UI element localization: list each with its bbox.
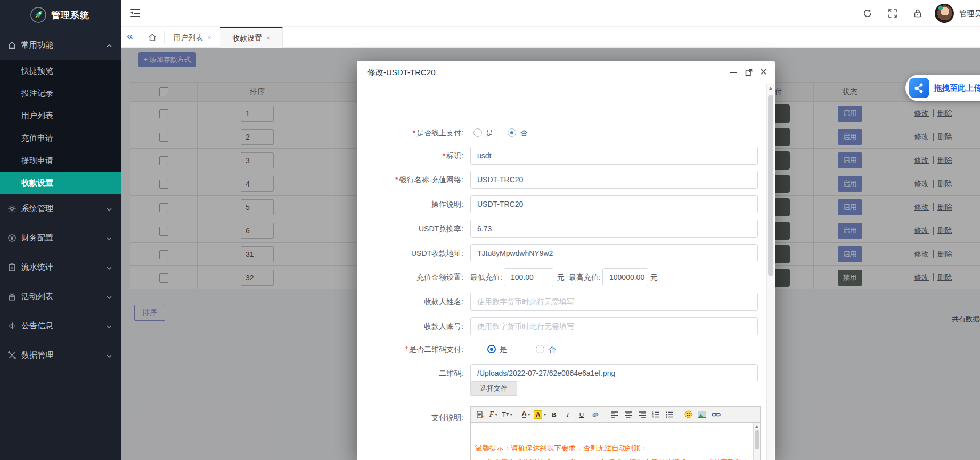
op-desc-input[interactable]: [470, 195, 758, 213]
qrcode-path-input[interactable]: [470, 364, 758, 382]
sidebar-item-recharge-requests[interactable]: 充值申请: [0, 127, 121, 149]
editor-scrollbar[interactable]: [753, 423, 760, 460]
menu-fold-icon[interactable]: [130, 9, 140, 17]
italic-icon[interactable]: I: [561, 409, 574, 421]
payee-name-input[interactable]: [470, 293, 758, 311]
rich-text-editor: F TT A A B I U 123: [470, 406, 761, 460]
close-tab-icon[interactable]: ×: [207, 34, 211, 42]
chevron-down-icon: [106, 204, 112, 213]
sidebar-item-quick-preview[interactable]: 快捷预览: [0, 60, 121, 82]
scroll-thumb[interactable]: [768, 95, 773, 276]
field-label: 二维码:: [439, 369, 463, 377]
sidebar-group-activities[interactable]: 活动列表: [0, 282, 121, 311]
sidebar-item-bet-records[interactable]: 投注记录: [0, 82, 121, 104]
highlight-color-icon[interactable]: A: [534, 409, 546, 421]
align-left-icon[interactable]: [608, 409, 620, 421]
emoticon-icon[interactable]: [682, 409, 695, 421]
field-label: 支付说明:: [357, 408, 463, 426]
insert-image-icon[interactable]: [696, 409, 708, 421]
insert-link-icon[interactable]: [709, 409, 722, 421]
form-row-payee-name: 收款人姓名:: [357, 293, 775, 311]
ordered-list-icon[interactable]: 123: [649, 409, 662, 421]
maximize-icon[interactable]: [745, 68, 753, 77]
remove-format-icon[interactable]: [589, 409, 602, 421]
underline-icon[interactable]: U: [575, 409, 588, 421]
chevron-down-icon: [106, 351, 112, 360]
sidebar-group-finance[interactable]: 财务配置: [0, 223, 121, 253]
avatar[interactable]: [935, 4, 954, 23]
align-right-icon[interactable]: [635, 409, 648, 421]
close-tab-icon[interactable]: ×: [266, 34, 271, 42]
lock-icon[interactable]: [912, 8, 923, 19]
unordered-list-icon[interactable]: [663, 409, 676, 421]
username[interactable]: 管理员: [959, 9, 980, 19]
font-color-icon[interactable]: A: [520, 409, 533, 421]
max-unit: 元: [650, 268, 658, 286]
tab-payment-settings[interactable]: 收款设置×: [220, 27, 283, 48]
modal-scrollbar[interactable]: [766, 84, 774, 460]
payee-account-input[interactable]: [470, 317, 758, 335]
field-label: 是否二维码支付:: [409, 345, 463, 353]
bank-name-input[interactable]: [470, 171, 758, 189]
font-size-icon[interactable]: TT: [501, 409, 514, 421]
field-label: 操作说明:: [431, 200, 463, 208]
topbar: 管理员: [121, 0, 980, 27]
modal-body: *是否线上支付: 是 否 *标识: *银行名称-充值网络: 操作说明: USDT…: [357, 84, 775, 460]
drag-upload-widget[interactable]: 拖拽至此上传: [905, 75, 980, 101]
form-row-online-pay: *是否线上支付: 是 否: [357, 124, 775, 142]
form-row-qrcode-pay: *是否二维码支付: 是 否: [357, 340, 775, 358]
align-center-icon[interactable]: [622, 409, 634, 421]
refresh-icon[interactable]: [862, 8, 873, 19]
field-label: 收款人账号:: [424, 322, 463, 330]
cloud-drive-icon: [909, 78, 929, 98]
sidebar-item-payment-settings[interactable]: 收款设置: [0, 172, 121, 194]
mark-input[interactable]: [470, 147, 758, 165]
modal-title: 修改-USDT-TRC20: [368, 61, 436, 84]
sidebar-group-label: 活动列表: [21, 292, 106, 302]
fullscreen-icon[interactable]: [887, 8, 898, 19]
sidebar-item-user-list[interactable]: 用户列表: [0, 104, 121, 127]
min-amount-label: 最低充值:: [470, 268, 502, 286]
sidebar-group-announcements[interactable]: 公告信息: [0, 311, 121, 341]
sidebar-group-common[interactable]: 常用功能: [0, 30, 121, 60]
minimize-icon[interactable]: [730, 72, 737, 73]
sidebar-item-withdraw-requests[interactable]: 提现申请: [0, 149, 121, 172]
scroll-up-icon[interactable]: [755, 425, 758, 428]
app-logo: 管理系统: [0, 0, 121, 30]
qrcode-pay-yes-radio[interactable]: 是: [487, 344, 507, 354]
font-family-icon[interactable]: F: [487, 409, 500, 421]
scroll-up-icon[interactable]: [769, 87, 772, 90]
online-pay-no-radio[interactable]: 否: [508, 128, 527, 138]
sidebar-group-data[interactable]: 数据管理: [0, 341, 121, 370]
editor-content[interactable]: 温馨提示：请确保达到以下要求，否则无法自动到账： 1、此充值方式使用的【USDT…: [471, 423, 760, 460]
gear-icon: [7, 204, 17, 213]
online-pay-yes-radio[interactable]: 是: [473, 128, 493, 138]
qrcode-pay-no-radio[interactable]: 否: [536, 344, 556, 354]
rocket-logo-icon: [30, 6, 47, 23]
tab-user-list[interactable]: 用户列表×: [165, 27, 220, 48]
chevron-down-icon: [106, 321, 112, 330]
min-amount-input[interactable]: [504, 268, 553, 286]
min-unit: 元: [557, 268, 565, 286]
sidebar: 管理系统 常用功能 快捷预览 投注记录 用户列表 充值申请 提现申请 收款设置 …: [0, 0, 121, 460]
field-label: USDT兑换率:: [419, 224, 463, 233]
chevron-down-icon: [106, 292, 112, 301]
choose-file-button[interactable]: 选择文件: [470, 381, 517, 396]
usdt-rate-input[interactable]: [470, 220, 758, 238]
bold-icon[interactable]: B: [548, 409, 560, 421]
sidebar-group-system[interactable]: 系统管理: [0, 194, 121, 223]
field-label: 标识:: [446, 151, 463, 160]
max-amount-input[interactable]: [602, 268, 648, 286]
usdt-address-input[interactable]: [470, 244, 758, 262]
editor-line: 温馨提示：请确保达到以下要求，否则无法自动到账：: [475, 441, 750, 455]
sidebar-group-label: 公告信息: [21, 321, 106, 331]
scroll-tabs-left-icon[interactable]: «: [127, 29, 133, 42]
field-label: 银行名称-充值网络:: [399, 175, 463, 184]
scroll-thumb[interactable]: [755, 430, 760, 449]
sidebar-group-label: 系统管理: [21, 204, 106, 214]
home-tab-icon[interactable]: [148, 33, 157, 44]
close-icon[interactable]: ✕: [760, 67, 767, 77]
form-row-bank: *银行名称-充值网络:: [357, 171, 775, 189]
paste-icon[interactable]: [473, 409, 486, 421]
sidebar-group-statistics[interactable]: 流水统计: [0, 253, 121, 282]
